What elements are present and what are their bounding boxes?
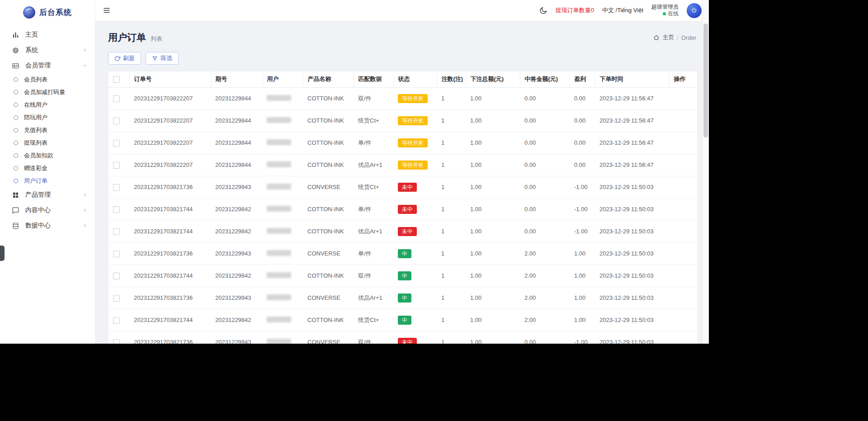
row-checkbox[interactable] (113, 317, 120, 324)
sidebar-item-label: 系统 (25, 46, 38, 54)
table-row: 20231229170382173620231229943CONVERSE单/件… (108, 242, 697, 265)
sidebar-item-system[interactable]: 系统 (0, 43, 95, 58)
row-checkbox[interactable] (113, 339, 120, 344)
chart-icon (12, 31, 19, 39)
breadcrumb-home[interactable]: 主页 (662, 33, 674, 42)
sidebar-subitem-member-list[interactable]: 会员列表 (0, 73, 95, 86)
row-checkbox[interactable] (113, 184, 120, 191)
sidebar-item-members[interactable]: 会员管理 (0, 58, 95, 73)
row-checkbox-cell (108, 109, 129, 132)
profit-cell: 1.00 (570, 309, 595, 331)
column-header: 状态 (393, 71, 437, 87)
sidebar-subitem-recharge-list[interactable]: 充值列表 (0, 124, 95, 137)
withdraw-orders-notice[interactable]: 提现订单数量0 (556, 6, 594, 14)
orders-table-card: 订单号期号用户产品名称匹配数据状态注数(注)下注总额(元)中将金额(元)盈利下单… (108, 71, 696, 344)
user-cell (262, 87, 303, 109)
card-icon (12, 62, 19, 70)
period-no-cell: 20231229844 (211, 132, 262, 154)
actions-cell (669, 309, 697, 331)
circle-icon (14, 103, 18, 107)
sidebar-subitem-withdraw-list[interactable]: 提现列表 (0, 137, 95, 149)
row-checkbox[interactable] (113, 228, 120, 235)
status-cell: 未中 (393, 176, 437, 198)
row-checkbox[interactable] (113, 206, 120, 213)
breadcrumb-current: Order (681, 34, 696, 41)
row-checkbox[interactable] (113, 118, 120, 124)
bets-cell: 1 (437, 176, 466, 198)
time-cell: 2023-12-29 11:50:03 (595, 265, 669, 287)
column-header: 操作 (669, 71, 697, 87)
total-cell: 1.00 (466, 132, 520, 154)
page-header: 用户订单 列表 主页 / Order (108, 31, 696, 44)
user-cell (262, 331, 303, 344)
status-badge: 中 (398, 249, 411, 258)
total-cell: 1.00 (466, 154, 520, 176)
row-checkbox[interactable] (113, 273, 120, 279)
sidebar-collapse-handle[interactable] (0, 246, 5, 261)
row-checkbox[interactable] (113, 251, 120, 257)
language-switcher[interactable]: 中文 /Tiếng Việt (602, 6, 643, 14)
sidebar-subitem-member-code-volume[interactable]: 会员加减打码量 (0, 86, 95, 99)
total-cell: 1.00 (466, 331, 520, 344)
period-no-cell: 20231229842 (211, 198, 262, 220)
dark-mode-icon[interactable] (539, 6, 547, 15)
actions-cell (669, 331, 697, 344)
win-amount-cell: 0.00 (520, 109, 570, 132)
period-no-cell: 20231229844 (211, 154, 262, 176)
row-checkbox[interactable] (113, 162, 120, 169)
sidebar-subitem-online-users[interactable]: 在线用户 (0, 99, 95, 111)
filter-button[interactable]: 筛选 (146, 52, 179, 65)
row-checkbox-cell (108, 154, 129, 176)
actions-cell (669, 265, 697, 287)
time-cell: 2023-12-29 11:56:47 (595, 132, 669, 154)
table-row: 20231229170382174420231229842COTTON-INK单… (108, 198, 697, 220)
sidebar-subitem-member-adjust[interactable]: 会员加扣款 (0, 149, 95, 162)
column-header: 注数(注) (437, 71, 466, 87)
row-checkbox[interactable] (113, 95, 120, 102)
win-amount-cell: 2.00 (520, 309, 570, 331)
actions-cell (669, 242, 697, 265)
sidebar-subitem-play-users[interactable]: 陪玩用户 (0, 111, 95, 124)
sidebar-item-home[interactable]: 主页 (0, 27, 95, 43)
select-all-checkbox[interactable] (113, 76, 120, 83)
product-cell: COTTON-INK (303, 309, 354, 331)
avatar[interactable] (687, 3, 702, 18)
sidebar-subitem-user-orders[interactable]: 用户订单 (0, 175, 95, 187)
product-cell: COTTON-INK (303, 198, 354, 220)
circle-icon (14, 153, 18, 158)
sidebar-item-data[interactable]: 数据中心 (0, 218, 95, 233)
sidebar-item-products[interactable]: 产品管理 (0, 187, 95, 203)
user-cell (262, 220, 303, 242)
status-badge: 等待开奖 (398, 94, 428, 103)
circle-icon (14, 115, 18, 120)
table-row: 20231229170382220720231229844COTTON-INK单… (108, 132, 697, 154)
status-cell: 等待开奖 (393, 87, 437, 109)
match-cell: 单/件 (354, 198, 393, 220)
column-header: 匹配数据 (354, 71, 393, 87)
row-checkbox-cell (108, 176, 129, 198)
product-cell: CONVERSE (303, 287, 354, 309)
blurred-username (267, 272, 291, 278)
logo[interactable]: 后台系统 (0, 0, 95, 24)
sidebar-subitem-gift-bonus[interactable]: 赠送彩金 (0, 162, 95, 175)
refresh-button[interactable]: 刷新 (108, 52, 141, 65)
row-checkbox[interactable] (113, 295, 120, 302)
sidebar-item-content[interactable]: 内容中心 (0, 203, 95, 218)
bets-cell: 1 (437, 265, 466, 287)
user-cell (262, 309, 303, 331)
scrollbar-thumb[interactable] (703, 24, 708, 137)
win-amount-cell: 0.00 (520, 154, 570, 176)
row-checkbox[interactable] (113, 140, 120, 147)
period-no-cell: 20231229844 (211, 87, 262, 109)
user-cell (262, 109, 303, 132)
user-menu[interactable]: 超级管理员 在线 (651, 4, 679, 17)
db-icon (12, 222, 19, 230)
table-header-row: 订单号期号用户产品名称匹配数据状态注数(注)下注总额(元)中将金额(元)盈利下单… (108, 71, 697, 87)
order-no-cell: 202312291703822207 (129, 154, 211, 176)
sidebar-subitem-label: 陪玩用户 (24, 114, 47, 122)
topbar: 提现订单数量0 中文 /Tiếng Việt 超级管理员 在线 (95, 0, 709, 21)
sidebar-subitem-label: 在线用户 (24, 101, 47, 109)
sidebar-subitem-label: 用户订单 (24, 177, 47, 185)
menu-toggle-icon[interactable] (103, 6, 111, 14)
scrollbar-track[interactable] (702, 0, 709, 344)
